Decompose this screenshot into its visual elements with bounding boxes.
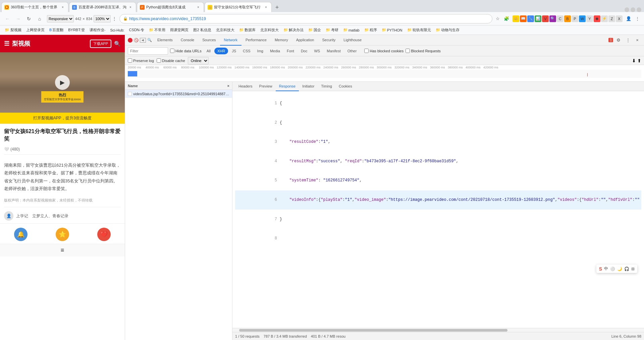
ext-icon-5[interactable]: V <box>542 15 549 22</box>
ext-icon-1[interactable]: 👑 <box>513 15 519 22</box>
filter-doc[interactable]: Doc <box>298 48 311 54</box>
sogou-icon[interactable]: S <box>599 266 602 272</box>
search-filter-btn[interactable]: 🔍 <box>147 38 152 43</box>
filter-ws[interactable]: WS <box>311 48 323 54</box>
ext-icon-13[interactable]: ⚡ <box>601 15 608 22</box>
star-icon[interactable]: ☆ <box>494 15 502 23</box>
tab-2-close[interactable]: × <box>128 5 133 10</box>
home-button[interactable]: ⌂ <box>35 14 44 23</box>
bookmark-soe[interactable]: 📁 国企 <box>306 26 323 34</box>
ext-icon-10[interactable]: W <box>579 15 586 22</box>
bookmark-private[interactable]: 图2 私信息 <box>191 26 213 34</box>
back-button[interactable]: ← <box>3 14 12 23</box>
tab-4[interactable]: 👑 留守女孩621分考取空军飞行 × <box>205 2 272 12</box>
maximize-btn[interactable] <box>631 7 635 12</box>
bookmark-yuketang[interactable]: 雨课堂网页 <box>168 26 191 34</box>
filter-css[interactable]: CSS <box>240 48 254 54</box>
filter-input[interactable] <box>128 47 168 55</box>
weather-icon[interactable]: 🌙 <box>617 267 622 271</box>
tab-2[interactable]: B 百度君译-200种语言互译、沟 × <box>69 2 136 12</box>
bookmark-rail[interactable]: 📁 轮轨有限元 <box>405 26 433 34</box>
ext-icon-3[interactable]: 🔧 <box>527 15 534 22</box>
bookmark-db[interactable]: 📁 数据库 <box>237 26 258 34</box>
close-btn[interactable] <box>637 7 641 12</box>
preserve-log-checkbox[interactable]: Preserve log <box>128 58 154 63</box>
reload-button[interactable]: ↻ <box>24 14 34 23</box>
bookmark-baidu[interactable]: B 百度翻 <box>47 26 65 34</box>
blocked-cookies-checkbox[interactable]: Has blocked cookies <box>364 49 404 53</box>
ext-icon-6[interactable]: 🔍 <box>549 15 556 22</box>
tab-security[interactable]: Security <box>318 35 339 46</box>
filter-other[interactable]: Other <box>344 48 360 54</box>
new-tab-button[interactable]: + <box>272 3 282 12</box>
detail-tab-cookies[interactable]: Cookies <box>335 82 356 91</box>
ext-icon-7[interactable]: C <box>557 15 564 22</box>
ext-icon-8[interactable]: B <box>564 15 571 22</box>
settings-icon[interactable]: ⋮ <box>633 15 641 23</box>
bookmark-animal[interactable]: 📁 动物与生存 <box>434 26 462 34</box>
export-btn[interactable]: ⬆ <box>637 58 641 63</box>
bookmark-lizhi[interactable]: 📁 梨视频 <box>3 26 23 34</box>
record-button[interactable] <box>128 38 132 43</box>
bookmark-course[interactable]: 课程作业- <box>88 26 108 34</box>
download-app-button[interactable]: 下载APP <box>90 40 111 48</box>
tab-console[interactable]: Console <box>177 35 198 46</box>
nav-star-icon[interactable]: ⭐ <box>56 228 69 241</box>
translate-icon[interactable]: ⚪ <box>610 267 615 271</box>
close-panel-button[interactable]: × <box>227 84 229 88</box>
detail-tab-timing[interactable]: Timing <box>318 82 335 91</box>
tab-sources[interactable]: Sources <box>198 35 220 46</box>
forward-button[interactable]: → <box>13 14 23 23</box>
ext-icon-11[interactable]: Y <box>586 15 593 22</box>
preserve-log-check[interactable] <box>128 58 132 63</box>
network-request-item-0[interactable]: videoStatus.jsp?contId=1735519&mrd=0.251… <box>125 90 232 98</box>
detail-tab-preview[interactable]: Preview <box>256 82 276 91</box>
nav-heart-icon[interactable]: ❤️ <box>97 228 111 241</box>
ext-icon-4[interactable]: 📊 <box>535 15 541 22</box>
filter-media[interactable]: Media <box>267 48 283 54</box>
filter-font[interactable]: Font <box>284 48 297 54</box>
throttle-select[interactable]: Online <box>188 57 209 64</box>
detail-tab-response[interactable]: Response <box>276 82 299 91</box>
disable-cache-checkbox[interactable]: Disable cache <box>157 58 185 63</box>
devtools-dock-icon[interactable]: ⋮ <box>624 36 632 44</box>
disable-cache-check[interactable] <box>157 58 161 63</box>
devtools-settings-icon[interactable]: ⚙ <box>614 36 623 44</box>
ext-icon-2[interactable]: 📖 <box>520 15 527 22</box>
bookmark-kaoyan[interactable]: 📁 考研 <box>324 26 340 34</box>
responsive-select[interactable]: Responsive <box>47 15 74 22</box>
bookmark-matlab[interactable]: 📁 matlab <box>341 26 362 34</box>
bookmark-python[interactable]: 📁 PYTHON <box>380 26 405 34</box>
tab-1[interactable]: ⭕ 360导航一个主页，整个世界 × <box>1 2 68 12</box>
zh-icon[interactable]: 中 <box>604 266 608 272</box>
bookmark-bjkd2[interactable]: 北京科技大 <box>258 26 281 34</box>
tab-lighthouse[interactable]: Lighthouse <box>339 35 366 46</box>
bookmark-login[interactable]: 上网登录页 <box>24 26 47 34</box>
bookmark-csdn[interactable]: CSDN-专 <box>127 26 147 34</box>
hamburger-icon[interactable]: ≡ <box>61 247 64 254</box>
tab-memory[interactable]: Memory <box>271 35 292 46</box>
filter-xhr[interactable]: XHR <box>214 48 228 54</box>
headphone-icon[interactable]: 🎧 <box>624 267 629 271</box>
zoom-select[interactable]: 100% <box>94 15 111 22</box>
nav-bell-icon[interactable]: 🔔 <box>14 228 28 241</box>
ext-icon-14[interactable]: Z <box>608 15 615 22</box>
tab-network[interactable]: Network <box>220 35 241 46</box>
minimize-btn[interactable] <box>625 7 629 12</box>
blocked-requests-check[interactable] <box>406 49 410 53</box>
ext-icon-15[interactable]: X <box>616 15 623 22</box>
filter-manifest[interactable]: Manifest <box>324 48 344 54</box>
bookmark-solve[interactable]: 📁 解决办法 <box>281 26 306 34</box>
tab-elements[interactable]: Elements <box>153 35 177 46</box>
extensions-icon[interactable]: 🧩 <box>502 15 511 23</box>
blocked-cookies-check[interactable] <box>364 49 369 53</box>
profile-icon[interactable]: 👤 <box>625 15 633 23</box>
viewport-more[interactable]: ⋮ <box>112 16 117 21</box>
filter-js[interactable]: JS <box>229 48 239 54</box>
bookmark-scihub[interactable]: Sci-Hub: <box>108 26 126 34</box>
grid-icon[interactable]: ⊞ <box>631 267 635 271</box>
hide-data-urls-check[interactable] <box>170 49 174 53</box>
menu-icon[interactable]: ☰ <box>4 40 9 47</box>
bookmark-bjkd[interactable]: 北京科技大 <box>214 26 236 34</box>
tab-performance[interactable]: Performance <box>241 35 271 46</box>
